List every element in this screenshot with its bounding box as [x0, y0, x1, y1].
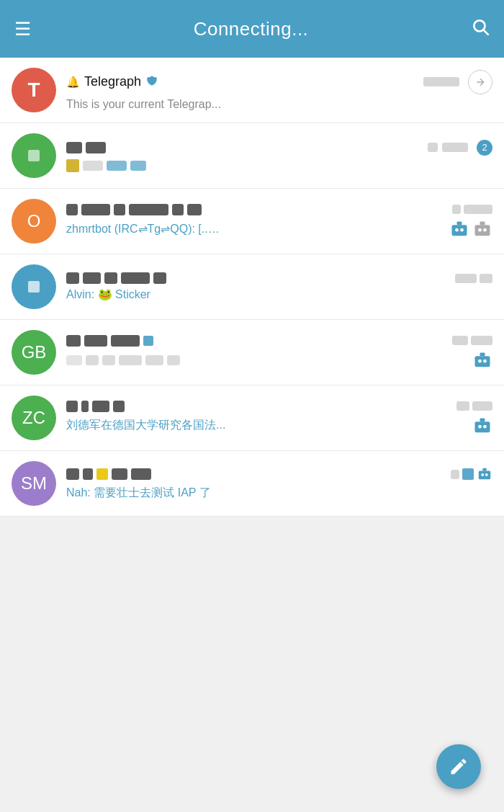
- chat-meta: [452, 336, 492, 345]
- svg-point-21: [485, 473, 488, 476]
- time-blur: [442, 143, 468, 152]
- chat-preview: Alvin: 🐸 Sticker: [66, 287, 150, 301]
- chat-item[interactable]: SM Nah: 需要壮士去测试 IAP 了: [0, 451, 504, 517]
- send-icon: [468, 70, 492, 94]
- chat-preview: Nah: 需要壮士去测试 IAP 了: [66, 486, 211, 501]
- svg-line-1: [484, 30, 488, 34]
- name-blurs: [66, 468, 151, 480]
- compose-fab[interactable]: [436, 744, 481, 789]
- blur-block: [66, 468, 79, 480]
- blur-block: [104, 272, 117, 284]
- name-blurs: [66, 335, 153, 347]
- time-blur: [464, 205, 492, 214]
- chat-item[interactable]: GB: [0, 320, 504, 385]
- blur-block: [107, 161, 127, 171]
- chat-item[interactable]: T 🔔 Telegraph This is y: [0, 58, 504, 123]
- chat-meta: 2: [428, 140, 492, 156]
- blur-block: [153, 272, 166, 284]
- svg-rect-10: [475, 356, 490, 367]
- svg-point-16: [478, 424, 482, 428]
- chat-content: 刘德军在德国大学研究各国法...: [66, 401, 492, 436]
- chat-preview: 刘德军在德国大学研究各国法...: [66, 418, 225, 433]
- chat-name: Telegraph: [84, 74, 141, 89]
- hamburger-icon[interactable]: ☰: [14, 19, 31, 38]
- chat-meta: [455, 274, 492, 283]
- svg-rect-18: [479, 470, 491, 479]
- svg-rect-2: [452, 225, 467, 236]
- unread-indicator: [462, 468, 474, 480]
- chat-content: Alvin: 🐸 Sticker: [66, 272, 492, 301]
- app-bar-title: Connecting...: [194, 18, 309, 40]
- avatar: T: [12, 68, 56, 112]
- time-blur: [452, 336, 468, 345]
- avatar: [12, 133, 56, 178]
- search-icon[interactable]: [471, 17, 490, 41]
- chat-header: [66, 401, 492, 412]
- preview-row: zhmrtbot (IRC⇌Tg⇌QQ): [..…: [66, 219, 492, 239]
- svg-point-9: [483, 228, 487, 231]
- preview-right: [449, 219, 492, 239]
- bot-icon: [477, 466, 492, 482]
- chat-item[interactable]: Alvin: 🐸 Sticker: [0, 254, 504, 320]
- chat-name-row: 🔔 Telegraph: [66, 74, 423, 90]
- preview-row: [66, 159, 492, 172]
- preview-row: Alvin: 🐸 Sticker: [66, 287, 492, 301]
- chat-meta: [451, 466, 492, 482]
- blur-block: [83, 272, 101, 284]
- chat-item[interactable]: O zhmrtbot (IRC⇌Tg⇌QQ): [..…: [0, 189, 504, 254]
- chat-header: [66, 272, 492, 284]
- app-bar: ☰ Connecting...: [0, 0, 504, 58]
- avatar: O: [12, 199, 56, 244]
- chat-preview: This is your current Telegrap...: [66, 98, 221, 111]
- svg-point-4: [455, 228, 459, 231]
- svg-rect-7: [480, 221, 485, 225]
- blur-block: [92, 401, 109, 412]
- blur-block: [130, 161, 146, 171]
- blur-block: [86, 355, 99, 365]
- time-blur: [428, 143, 438, 152]
- chat-header: [66, 335, 492, 347]
- blur-block: [66, 142, 82, 153]
- avatar: [12, 264, 56, 309]
- blur-block: [102, 355, 115, 365]
- chat-content: zhmrtbot (IRC⇌Tg⇌QQ): [..…: [66, 204, 492, 239]
- blur-block: [114, 204, 125, 215]
- time-blur: [472, 401, 492, 411]
- svg-rect-6: [475, 225, 490, 236]
- name-blurs: [66, 272, 166, 284]
- blur-block: [167, 355, 180, 365]
- chat-meta: [423, 70, 492, 94]
- chat-header: 2: [66, 140, 492, 156]
- avatar: GB: [12, 330, 56, 375]
- svg-point-5: [460, 228, 464, 231]
- blur-block: [111, 335, 140, 347]
- chat-item[interactable]: 2: [0, 123, 504, 189]
- blur-block: [81, 401, 89, 412]
- chat-content: 2: [66, 140, 492, 172]
- chat-content: Nah: 需要壮士去测试 IAP 了: [66, 466, 492, 501]
- chat-header: 🔔 Telegraph: [66, 70, 492, 94]
- chat-meta: [452, 205, 492, 214]
- avatar-letter: ZC: [22, 408, 45, 428]
- color-block: [96, 468, 108, 480]
- preview-row: [66, 350, 492, 370]
- send-icon: [472, 350, 492, 370]
- blur-block: [81, 204, 110, 215]
- blur-block: [66, 272, 79, 284]
- blur-block: [66, 401, 78, 412]
- time-blur: [455, 274, 477, 283]
- name-blurs: [66, 401, 125, 412]
- chat-header: [66, 466, 492, 482]
- svg-rect-11: [480, 352, 485, 356]
- chat-preview: zhmrtbot (IRC⇌Tg⇌QQ): [..…: [66, 222, 220, 236]
- preview-row: This is your current Telegrap...: [66, 98, 492, 111]
- avatar-icon: [28, 150, 40, 161]
- chat-item[interactable]: ZC 刘德军在德国大学研究各国法...: [0, 385, 504, 451]
- chat-content: [66, 335, 492, 370]
- avatar-letter: SM: [21, 473, 47, 494]
- time-blur: [423, 77, 459, 86]
- name-blurs: [66, 142, 106, 153]
- blur-block: [112, 468, 127, 480]
- blur-block: [113, 401, 125, 412]
- unread-badge: 2: [477, 140, 492, 156]
